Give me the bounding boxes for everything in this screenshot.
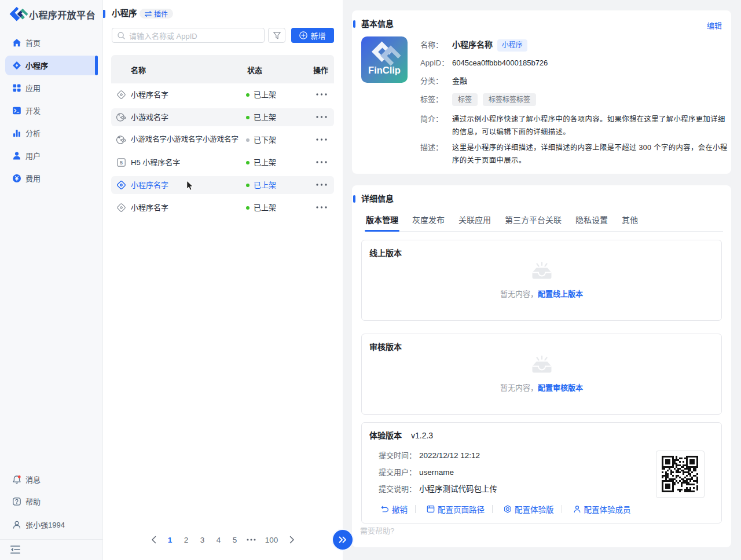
svg-text:5: 5 (120, 160, 123, 166)
svg-text:FinClip: FinClip (368, 65, 401, 75)
